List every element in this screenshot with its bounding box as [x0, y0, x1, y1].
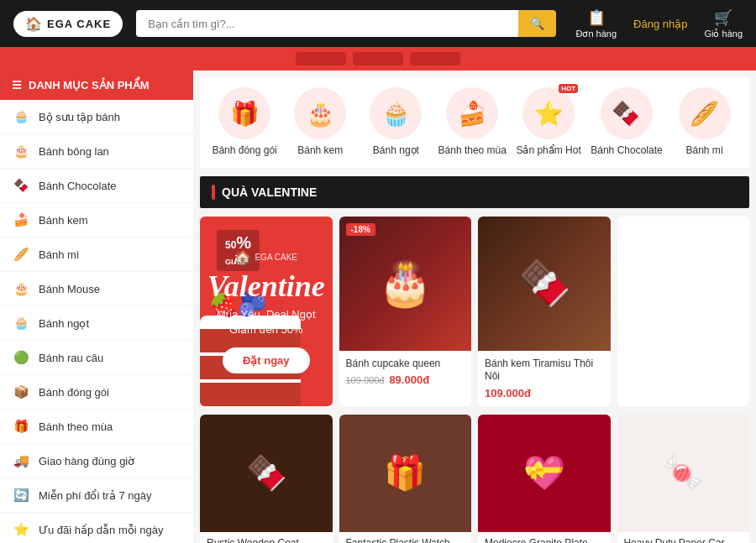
val-brand: 🏠 EGA CAKE [207, 249, 325, 265]
bottom-img-2: 💝 [478, 415, 611, 532]
sidebar-label-4: Bánh mì [39, 248, 79, 261]
logo-icon: 🏠 [25, 16, 42, 32]
cart-label: Giỏ hàng [704, 29, 743, 39]
cat-img-2: 🧁 [370, 87, 422, 139]
cat-label-3: Bánh theo mùa [438, 144, 507, 158]
sidebar-icon-12: ⭐ [12, 520, 30, 539]
cat-label-2: Bánh ngọt [373, 144, 419, 158]
sidebar-label-12: Ưu đãi hấp dẫn mỗi ngày [39, 524, 163, 536]
sidebar-label-0: Bộ sưu tập bánh [39, 111, 120, 123]
product-info-1: Bánh kem Tiramisu Thôi Nôi 109.000đ [478, 351, 611, 406]
sidebar-label-5: Bánh Mouse [39, 283, 100, 295]
cart-icon: 🛒 [714, 8, 732, 27]
cat-label-5: Bánh Chocolate [591, 144, 662, 158]
bottom-label-3: Heavy Duty Paper Car [617, 532, 750, 543]
valentine-title: QUÀ VALENTINE [222, 185, 317, 199]
sidebar-item-9[interactable]: 🎁 Bánh theo mùa [0, 410, 193, 444]
sidebar-label-7: Bánh rau câu [39, 352, 103, 364]
cat-item-3[interactable]: 🍰 Bánh theo mùa [438, 87, 507, 158]
sidebar-icon-4: 🥖 [12, 245, 30, 264]
search-bar: 🔍 [136, 10, 556, 37]
cat-img-4: ⭐HOT [522, 87, 575, 139]
product-card-0[interactable]: -18% 🎂 Bánh cupcake queen 109.000đ 89.00… [339, 217, 472, 406]
sub-header [0, 47, 756, 70]
discount-badge-0: -18% [346, 223, 375, 236]
search-input[interactable] [136, 10, 518, 37]
sidebar-item-6[interactable]: 🧁 Bánh ngọt [0, 306, 193, 341]
main-layout: ☰ DANH MỤC SẢN PHẨM 🧁 Bộ sưu tập bánh 🎂 … [0, 70, 756, 543]
sidebar-item-11[interactable]: 🔄 Miễn phí đổi trả 7 ngày [0, 478, 193, 513]
sidebar-item-1[interactable]: 🎂 Bánh bông lan [0, 134, 193, 169]
val-title: Valentine [207, 269, 325, 304]
logo[interactable]: 🏠 EGA CAKE [13, 11, 123, 37]
sidebar-icon-0: 🧁 [12, 107, 30, 126]
sidebar-icon-1: 🎂 [12, 142, 30, 160]
sidebar-item-3[interactable]: 🍰 Bánh kem [0, 203, 193, 238]
valentine-grid: 🍓🫐 🏠 EGA CAKE Valentine Mùa Yêu, Deal Ng… [200, 217, 749, 406]
cat-label-4: Sản phẩm Hot [516, 144, 580, 158]
cat-img-6: 🥖 [679, 87, 731, 139]
bottom-product-1[interactable]: 🎁 Fantastic Plastic Watch [339, 415, 472, 543]
cat-img-0: 🎁 [218, 87, 270, 139]
bottom-img-0: 🍫 [200, 415, 333, 532]
login-label: Đăng nhập [633, 18, 687, 30]
sidebar-item-4[interactable]: 🥖 Bánh mì [0, 238, 193, 272]
cat-img-1: 🎂 [294, 87, 346, 139]
bottom-img-3: 🍬 [617, 415, 750, 532]
sidebar-label-6: Bánh ngọt [39, 317, 89, 330]
cart-action[interactable]: 🛒 Giỏ hàng [704, 8, 743, 39]
sidebar-item-7[interactable]: 🟢 Bánh rau câu [0, 341, 193, 375]
sub-banner-1[interactable] [296, 52, 346, 65]
cat-item-4[interactable]: ⭐HOT Sản phẩm Hot [515, 87, 582, 158]
new-price-0: 89.000đ [389, 373, 429, 386]
logo-text: EGA CAKE [47, 18, 111, 30]
bottom-label-2: Mediocre Granite Plate [478, 532, 611, 543]
cat-item-1[interactable]: 🎂 Bánh kem [286, 87, 354, 158]
cat-label-0: Bánh đóng gói [212, 144, 276, 158]
empty-slot [617, 217, 750, 406]
cat-item-2[interactable]: 🧁 Bánh ngọt [362, 87, 429, 158]
val-order-btn[interactable]: Đặt ngay [223, 347, 310, 373]
cat-img-5: 🍫 [601, 87, 653, 139]
product-info-0: Bánh cupcake queen 109.000đ 89.000đ [339, 351, 472, 394]
old-price-0: 109.000đ [346, 375, 385, 385]
sub-banner-3[interactable] [410, 52, 460, 65]
cat-item-6[interactable]: 🥖 Bánh mì [671, 87, 738, 158]
cat-item-5[interactable]: 🍫 Bánh Chocolate [591, 87, 662, 158]
price-row-1: 109.000đ [485, 387, 604, 399]
category-row: 🎁 Bánh đóng gói 🎂 Bánh kem 🧁 Bánh ngọt 🍰… [200, 77, 749, 168]
sub-banner-2[interactable] [353, 52, 403, 65]
sidebar-title: DANH MỤC SẢN PHẨM [29, 79, 150, 91]
orders-action[interactable]: 📋 Đơn hàng [575, 8, 617, 39]
login-action[interactable]: Đăng nhập [633, 18, 687, 30]
section-bar-icon [212, 185, 215, 200]
orders-icon: 📋 [587, 8, 606, 27]
sidebar-label-10: Giao hàng đúng giờ [39, 455, 134, 467]
bottom-grid: 🍫 Rustic Wooden Coat 🎁 Fantastic Plastic… [200, 415, 749, 543]
bottom-product-0[interactable]: 🍫 Rustic Wooden Coat [200, 415, 333, 543]
sidebar-header: ☰ DANH MỤC SẢN PHẨM [0, 70, 193, 100]
search-button[interactable]: 🔍 [518, 10, 556, 37]
header-actions: 📋 Đơn hàng Đăng nhập 🛒 Giỏ hàng [575, 8, 743, 39]
sidebar-item-8[interactable]: 📦 Bánh đóng gói [0, 375, 193, 410]
cat-item-0[interactable]: 🎁 Bánh đóng gói [211, 87, 278, 158]
sidebar-item-10[interactable]: 🚚 Giao hàng đúng giờ [0, 444, 193, 478]
product-img-0: -18% 🎂 [339, 217, 472, 351]
sidebar-icon-8: 📦 [12, 383, 30, 401]
sidebar-item-12[interactable]: ⭐ Ưu đãi hấp dẫn mỗi ngày [0, 513, 193, 543]
product-img-1: 🍫 [478, 217, 611, 351]
sidebar-item-2[interactable]: 🍫 Bánh Chocolate [0, 169, 193, 203]
product-name-0: Bánh cupcake queen [346, 358, 465, 371]
sidebar-item-0[interactable]: 🧁 Bộ sưu tập bánh [0, 100, 193, 134]
sidebar-label-1: Bánh bông lan [39, 145, 109, 158]
menu-icon: ☰ [12, 79, 22, 91]
sidebar-label-8: Bánh đóng gói [39, 386, 109, 399]
sidebar-item-5[interactable]: 🎂 Bánh Mouse [0, 272, 193, 306]
product-card-1[interactable]: 🍫 Bánh kem Tiramisu Thôi Nôi 109.000đ [478, 217, 611, 406]
bottom-product-2[interactable]: 💝 Mediocre Granite Plate [478, 415, 611, 543]
sidebar-icon-9: 🎁 [12, 417, 30, 436]
valentine-banner[interactable]: 🍓🫐 🏠 EGA CAKE Valentine Mùa Yêu, Deal Ng… [200, 217, 333, 406]
bottom-label-1: Fantastic Plastic Watch [339, 532, 472, 543]
bottom-product-3[interactable]: 🍬 Heavy Duty Paper Car [617, 415, 750, 543]
sidebar-icon-10: 🚚 [12, 452, 30, 470]
